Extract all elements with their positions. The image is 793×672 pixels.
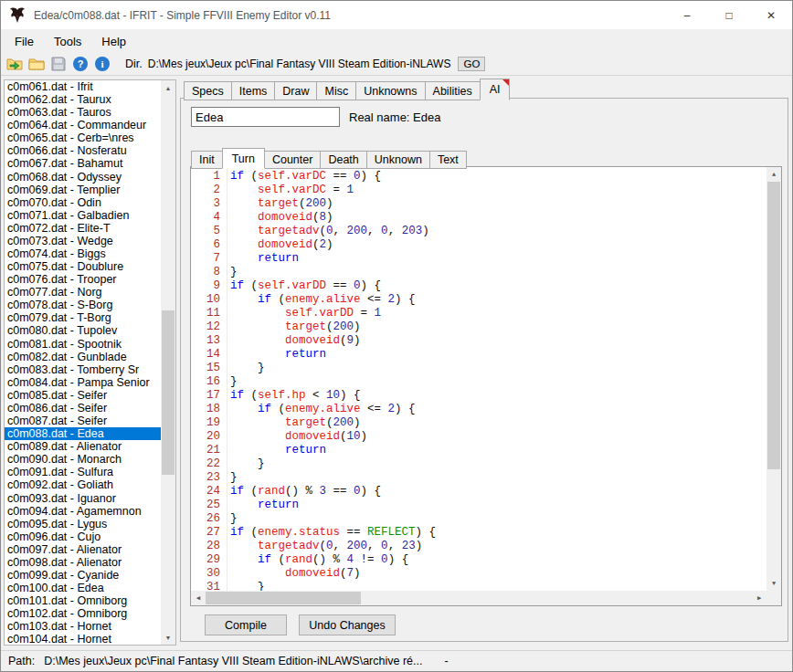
menu-file[interactable]: File xyxy=(5,29,44,53)
file-list-scrollbar-thumb[interactable] xyxy=(162,310,174,475)
dir-path-field[interactable]: D:\Mes jeux\Jeux pc\Final Fantasy VIII S… xyxy=(148,58,451,70)
menu-help[interactable]: Help xyxy=(91,29,136,53)
file-list-item[interactable]: c0m097.dat - Alienator xyxy=(5,543,161,556)
scroll-up-icon[interactable]: ▲ xyxy=(767,167,781,182)
file-list-item[interactable]: c0m068.dat - Odyssey xyxy=(5,171,161,184)
code-line[interactable]: self.varDD = 1 xyxy=(230,307,767,320)
help-icon[interactable]: ? xyxy=(72,56,89,72)
code-line[interactable]: } xyxy=(230,266,767,279)
code-line[interactable]: if (rand() % 4 != 0) { xyxy=(230,553,767,567)
code-line[interactable]: self.varDC = 1 xyxy=(230,184,767,197)
tab-unknowns[interactable]: Unknowns xyxy=(355,81,425,100)
code-line[interactable]: return xyxy=(230,444,767,457)
editor-horizontal-scrollbar[interactable]: ◀ ▶ xyxy=(191,591,767,605)
code-line[interactable]: if (self.hp < 10) { xyxy=(230,389,767,403)
code-line[interactable]: if (self.varDD == 0) { xyxy=(230,279,767,293)
menu-tools[interactable]: Tools xyxy=(44,29,91,53)
file-list-item[interactable]: c0m069.dat - Templier xyxy=(5,184,161,196)
minimize-button[interactable]: – xyxy=(666,1,708,29)
code-line[interactable]: return xyxy=(230,499,767,512)
undo-changes-button[interactable]: Undo Changes xyxy=(299,614,396,635)
ai-tab-counter[interactable]: Counter xyxy=(264,151,321,169)
info-icon[interactable]: i xyxy=(94,56,111,72)
file-list-item[interactable]: c0m063.dat - Tauros xyxy=(5,106,161,119)
file-list-item[interactable]: c0m100.dat - Edea xyxy=(5,582,161,594)
editor-hscroll-thumb[interactable] xyxy=(206,592,361,604)
file-list-item[interactable]: c0m067.dat - Bahamut xyxy=(5,157,161,170)
file-list-item[interactable]: c0m085.dat - Seifer xyxy=(5,389,161,402)
file-list-item[interactable]: c0m094.dat - Agamemnon xyxy=(5,505,161,518)
file-list-scrollbar[interactable]: ▲ ▼ xyxy=(161,80,175,645)
tab-items[interactable]: Items xyxy=(231,81,276,100)
file-list-item[interactable]: c0m090.dat - Monarch xyxy=(5,453,161,466)
file-list-item[interactable]: c0m071.dat - Galbadien xyxy=(5,209,161,222)
code-line[interactable]: if (enemy.alive <= 2) { xyxy=(230,403,767,416)
code-line[interactable]: domoveid(10) xyxy=(230,430,767,444)
editor-vertical-scrollbar[interactable]: ▲ ▼ xyxy=(767,167,781,591)
ai-tab-death[interactable]: Death xyxy=(320,151,366,169)
file-list-item[interactable]: c0m061.dat - Ifrit xyxy=(5,80,161,93)
file-list-item[interactable]: c0m074.dat - Biggs xyxy=(5,247,161,260)
file-list-item[interactable]: c0m101.dat - Omniborg xyxy=(5,594,161,607)
scroll-down-icon[interactable]: ▼ xyxy=(767,576,781,591)
code-line[interactable]: if (enemy.alive <= 2) { xyxy=(230,293,767,307)
maximize-button[interactable]: □ xyxy=(708,1,750,29)
open-file-icon[interactable] xyxy=(6,56,23,72)
open-folder-icon[interactable] xyxy=(28,56,45,72)
tab-abilities[interactable]: Abilities xyxy=(425,81,481,100)
file-list-item[interactable]: c0m087.dat - Seifer xyxy=(5,415,161,427)
file-list-item[interactable]: c0m075.dat - Doublure xyxy=(5,260,161,273)
file-list-item[interactable]: c0m088.dat - Edea xyxy=(5,427,161,440)
file-list-item[interactable]: c0m084.dat - Pampa Senior xyxy=(5,376,161,389)
file-list-item[interactable]: c0m080.dat - Tupolev xyxy=(5,324,161,337)
file-list-item[interactable]: c0m093.dat - Iguanor xyxy=(5,492,161,505)
tab-draw[interactable]: Draw xyxy=(274,81,317,100)
ai-tab-text[interactable]: Text xyxy=(429,151,467,169)
code-line[interactable]: } xyxy=(230,581,767,591)
code-line[interactable]: } xyxy=(230,362,767,375)
file-list-item[interactable]: c0m082.dat - Gunblade xyxy=(5,351,161,363)
file-list-item[interactable]: c0m089.dat - Alienator xyxy=(5,440,161,453)
code-line[interactable]: target(200) xyxy=(230,320,767,334)
file-list-item[interactable]: c0m064.dat - Commandeur xyxy=(5,119,161,131)
code-line[interactable]: } xyxy=(230,457,767,471)
file-list-item[interactable]: c0m077.dat - Norg xyxy=(5,286,161,299)
tab-ai[interactable]: AI xyxy=(480,79,511,100)
file-list-item[interactable]: c0m076.dat - Trooper xyxy=(5,273,161,286)
scroll-down-icon[interactable]: ▼ xyxy=(161,630,175,645)
code-line[interactable]: if (enemy.status == REFLECT) { xyxy=(230,526,767,540)
code-line[interactable]: return xyxy=(230,348,767,362)
code-line[interactable]: domoveid(7) xyxy=(230,567,767,581)
file-list-item[interactable]: c0m092.dat - Goliath xyxy=(5,478,161,491)
scroll-left-icon[interactable]: ◀ xyxy=(191,591,206,605)
code-line[interactable]: return xyxy=(230,252,767,266)
file-list-item[interactable]: c0m081.dat - Spootnik xyxy=(5,338,161,351)
code-line[interactable]: } xyxy=(230,512,767,526)
code-line[interactable]: if (rand() % 3 == 0) { xyxy=(230,485,767,499)
file-list-item[interactable]: c0m091.dat - Sulfura xyxy=(5,466,161,478)
file-list-item[interactable]: c0m083.dat - Tomberry Sr xyxy=(5,363,161,376)
file-list-item[interactable]: c0m095.dat - Lygus xyxy=(5,518,161,530)
file-list-item[interactable]: c0m073.dat - Wedge xyxy=(5,235,161,247)
file-list-item[interactable]: c0m102.dat - Omniborg xyxy=(5,607,161,620)
file-list-item[interactable]: c0m066.dat - Nosferatu xyxy=(5,144,161,157)
compile-button[interactable]: Compile xyxy=(205,614,287,635)
editor-vscroll-thumb[interactable] xyxy=(767,182,780,469)
file-list-item[interactable]: c0m096.dat - Cujo xyxy=(5,530,161,543)
code-line[interactable]: targetadv(0, 200, 0, 203) xyxy=(230,225,767,238)
script-editor[interactable]: 1234567891011121314151617181920212223242… xyxy=(191,167,781,605)
file-list-item[interactable]: c0m103.dat - Hornet xyxy=(5,620,161,633)
file-list-item[interactable]: c0m086.dat - Seifer xyxy=(5,402,161,415)
file-list-item[interactable]: c0m072.dat - Elite-T xyxy=(5,222,161,235)
tab-misc[interactable]: Misc xyxy=(316,81,356,100)
save-icon[interactable] xyxy=(50,56,67,72)
code-line[interactable]: target(200) xyxy=(230,416,767,430)
code-line[interactable]: targetadv(0, 200, 0, 23) xyxy=(230,540,767,553)
file-list-item[interactable]: c0m078.dat - S-Borg xyxy=(5,299,161,311)
scroll-up-icon[interactable]: ▲ xyxy=(161,80,175,95)
file-list-item[interactable]: c0m099.dat - Cyanide xyxy=(5,569,161,582)
code-line[interactable]: target(200) xyxy=(230,197,767,211)
file-list-item[interactable]: c0m070.dat - Odin xyxy=(5,196,161,209)
code-line[interactable]: domoveid(2) xyxy=(230,238,767,252)
ai-tab-init[interactable]: Init xyxy=(191,151,223,169)
